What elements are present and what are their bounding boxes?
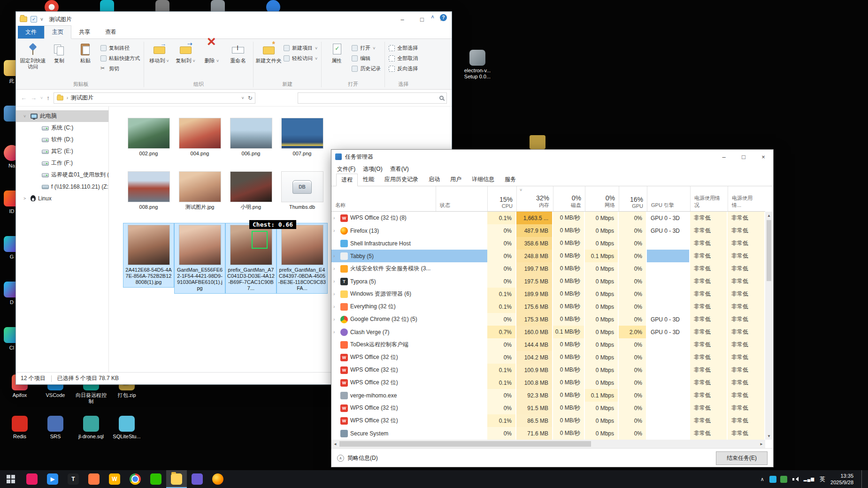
menu-item[interactable]: 查看(V) [386, 165, 413, 173]
scroll-left-icon[interactable]: ◄ [331, 442, 339, 446]
invert-selection-button[interactable]: 反向选择 [389, 65, 418, 72]
sidebar-tree-item[interactable]: f (\\192.168.110.21) (Z:) [16, 181, 108, 192]
fewer-details-toggle[interactable]: ∧ 简略信息(D) [337, 454, 378, 462]
scroll-right-icon[interactable]: ► [758, 442, 765, 446]
process-row[interactable]: Google Chrome (32 位) (5) 0% 175.3 MB 0 M… [331, 313, 765, 326]
up-icon[interactable]: ↑ [46, 94, 50, 101]
process-row[interactable]: Firefox (13) 0% 487.9 MB 0 MB/秒 0 Mbps 0… [331, 224, 765, 237]
file-item[interactable]: GantMan_E556FE62-1F54-4421-98D9-91030AFB… [174, 223, 225, 294]
taskbar-clock[interactable]: 13:35 2025/9/28 [830, 473, 853, 486]
select-all-button[interactable]: 全部选择 [389, 45, 418, 52]
task-manager-tab[interactable]: 性能 [358, 173, 379, 186]
file-item[interactable]: prefix_GantMan_A7C041D3-D03E-4A12-B69F-7… [225, 223, 277, 294]
new-item-button[interactable]: 新建项目 ˅ [284, 45, 317, 52]
process-row[interactable]: W WPS Office (32 位) 0% 104.2 MB 0 MB/秒 0… [331, 351, 765, 364]
file-item[interactable]: prefix_GantMan_E4C84397-0BDA-4505-BE3E-1… [277, 223, 328, 294]
task-manager-tab[interactable]: 进程 [336, 174, 358, 186]
file-item[interactable]: DB Thumbs.db [277, 169, 328, 213]
file-item[interactable]: 004.png [174, 116, 225, 159]
copy-path-button[interactable]: 复制路径 [100, 45, 140, 52]
easy-access-button[interactable]: 轻松访问 ˅ [284, 55, 317, 62]
ribbon-tab[interactable]: 查看 [98, 26, 124, 38]
process-row[interactable]: W WPS Office (32 位) 0.1% 86.5 MB 0 MB/秒 … [331, 414, 765, 427]
tray-expand-icon[interactable]: ∧ [760, 476, 764, 482]
file-item[interactable]: 测试图片.jpg [174, 169, 225, 213]
minimize-button[interactable]: – [392, 12, 412, 27]
expand-chevron-icon[interactable] [333, 266, 338, 271]
desktop-shortcut-electron-setup[interactable]: electron-v... Setup 0.0... [458, 50, 497, 80]
network-icon[interactable]: ▂▄▆ [804, 477, 814, 481]
scrollbar-thumb[interactable] [339, 441, 591, 447]
delete-button[interactable]: 删除 ˅ [199, 40, 225, 64]
process-row[interactable]: ToDesk远程控制客户端 0% 144.4 MB 0 MB/秒 0 Mbps … [331, 338, 765, 351]
file-item[interactable]: 007.png [277, 116, 328, 159]
breadcrumb[interactable]: 测试图片 [71, 94, 93, 102]
column-header-disk[interactable]: 0%磁盘 [553, 186, 585, 211]
sidebar-tree-item[interactable]: 远界硬盘01_使用放到 (G:) [16, 169, 108, 181]
search-input[interactable] [301, 95, 439, 101]
expand-chevron-icon[interactable] [333, 317, 338, 322]
column-header-gpu-engine[interactable]: GPU 引擎 [647, 186, 690, 211]
collapse-ribbon-icon[interactable]: ˄ [431, 14, 434, 21]
file-item[interactable]: 006.png [225, 116, 277, 159]
tray-app-icon[interactable] [780, 476, 787, 483]
menu-item[interactable]: 选项(O) [359, 165, 386, 173]
volume-icon[interactable] [792, 476, 799, 482]
taskbar-app[interactable] [125, 470, 146, 488]
new-folder-button[interactable]: 新建文件夹 [255, 40, 282, 64]
task-manager-tab[interactable]: 应用历史记录 [379, 173, 423, 186]
show-desktop-button[interactable] [861, 470, 864, 488]
taskbar-app[interactable]: ▶ [42, 470, 63, 488]
minimize-button[interactable]: – [714, 150, 734, 164]
column-header-power[interactable]: 电源使用情况 [690, 186, 728, 211]
process-row[interactable]: Shell Infrastructure Host 0% 358.6 MB 0 … [331, 237, 765, 250]
tree-expand-icon[interactable]: ˅ [23, 114, 28, 119]
ribbon-tab[interactable]: 主页 [44, 25, 71, 39]
maximize-button[interactable]: □ [412, 12, 432, 27]
ime-indicator[interactable]: 英 [820, 475, 825, 483]
task-manager-tab[interactable]: 详细信息 [467, 173, 499, 186]
open-button[interactable]: 打开 ˅ [352, 45, 381, 52]
ribbon-tab[interactable]: 文件 [18, 26, 44, 38]
address-dropdown-icon[interactable]: ˅ [241, 96, 244, 100]
scroll-up-icon[interactable]: ▲ [765, 212, 773, 219]
process-row[interactable]: Secure System 0% 71.6 MB 0 MB/秒 0 Mbps 0… [331, 427, 765, 440]
horizontal-scrollbar[interactable]: ◄ ► [331, 440, 765, 448]
taskbar-app[interactable] [166, 470, 187, 488]
column-header-cpu[interactable]: 15%CPU [487, 186, 516, 211]
forward-icon[interactable]: → [31, 94, 37, 101]
start-button[interactable] [0, 470, 22, 488]
scrollbar-thumb[interactable] [767, 220, 771, 281]
taskbar-app[interactable] [187, 470, 207, 488]
paste-shortcut-button[interactable]: 粘贴快捷方式 [100, 55, 140, 62]
taskbar-app[interactable] [84, 470, 104, 488]
copy-to-button[interactable]: 复制到 ˅ [172, 40, 199, 64]
taskbar-app[interactable] [207, 470, 228, 488]
scroll-down-icon[interactable]: ▼ [765, 432, 773, 440]
history-button[interactable]: 历史记录 [352, 65, 381, 72]
sidebar-tree-item[interactable]: ˅ 此电脑 [16, 110, 108, 122]
process-row[interactable]: Everything (32 位) 0.1% 175.6 MB 0 MB/秒 0… [331, 300, 765, 313]
rename-button[interactable]: 重命名 [225, 40, 251, 64]
file-item[interactable]: 008.png [123, 169, 174, 213]
properties-button[interactable]: 属性 [323, 40, 350, 64]
vertical-scrollbar[interactable]: ▲ ▼ [765, 212, 773, 440]
help-icon[interactable]: ? [440, 14, 447, 21]
file-item[interactable]: 小明.png [225, 169, 277, 213]
taskbar-app[interactable] [146, 470, 166, 488]
process-row[interactable]: W WPS Office (32 位) 0.1% 100.8 MB 0 MB/秒… [331, 376, 765, 389]
recent-locations-icon[interactable]: ˅ [40, 96, 43, 100]
desktop-shortcut[interactable]: jl-drone.sql [74, 416, 108, 440]
desktop-shortcut[interactable]: SRS [38, 416, 72, 440]
tray-app-icon[interactable] [769, 476, 776, 483]
maximize-button[interactable]: □ [734, 150, 753, 164]
process-row[interactable]: verge-mihomo.exe 0% 92.3 MB 0 MB/秒 0.1 M… [331, 389, 765, 402]
desktop-shortcut[interactable]: Redis [3, 416, 37, 440]
taskbar-app[interactable]: T [63, 470, 84, 488]
column-header-status[interactable]: 状态 [436, 186, 487, 211]
process-row[interactable]: Tabby (5) 0% 248.8 MB 0 MB/秒 0.1 Mbps 0%… [331, 250, 765, 262]
task-manager-tab[interactable]: 服务 [499, 173, 521, 186]
explorer-titlebar[interactable]: ✓ ˅ 测试图片 – □ × [16, 12, 452, 27]
address-bar[interactable]: › 测试图片 ˅ ↻ [54, 92, 255, 104]
expand-chevron-icon[interactable] [333, 329, 338, 335]
